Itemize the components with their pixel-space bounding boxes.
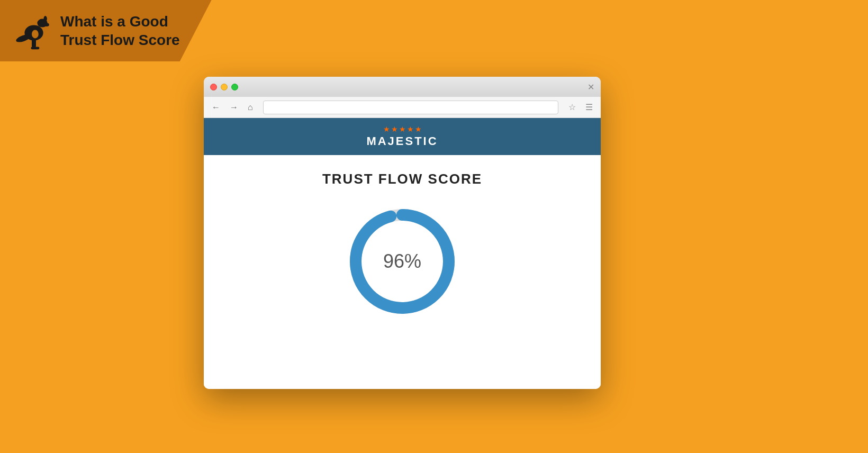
majestic-stars: ★ ★ ★ ★ ★ (383, 125, 422, 133)
menu-icon[interactable]: ☰ (583, 101, 595, 113)
bookmark-icon[interactable]: ☆ (566, 101, 578, 113)
svg-point-8 (32, 30, 39, 38)
browser-x-close-icon[interactable]: ✕ (587, 82, 594, 92)
donut-score-text: 96% (383, 250, 421, 273)
star-5: ★ (415, 125, 422, 133)
star-1: ★ (383, 125, 390, 133)
majestic-logo: ★ ★ ★ ★ ★ MAJESTIC (366, 125, 438, 148)
browser-toolbar: ← → ⌂ ☆ ☰ (204, 97, 601, 118)
home-button[interactable]: ⌂ (245, 102, 256, 113)
svg-rect-7 (31, 47, 39, 49)
star-2: ★ (391, 125, 398, 133)
trust-flow-donut-chart: 96% (344, 203, 460, 320)
svg-rect-6 (32, 38, 36, 48)
kangaroo-icon (11, 10, 53, 52)
trust-flow-heading: TRUST FLOW SCORE (322, 171, 482, 187)
browser-maximize-button[interactable] (231, 84, 238, 90)
browser-minimize-button[interactable] (221, 84, 228, 90)
banner: What is a Good Trust Flow Score (0, 0, 212, 61)
address-bar[interactable] (263, 101, 558, 114)
browser-close-button[interactable] (210, 84, 217, 90)
svg-point-3 (44, 23, 49, 26)
browser-content: TRUST FLOW SCORE 96% (204, 155, 601, 389)
majestic-header: ★ ★ ★ ★ ★ MAJESTIC (204, 118, 601, 155)
back-button[interactable]: ← (209, 102, 223, 113)
browser-titlebar: ✕ (204, 77, 601, 97)
forward-button[interactable]: → (227, 102, 241, 113)
banner-title: What is a Good Trust Flow Score (60, 12, 180, 49)
star-4: ★ (407, 125, 414, 133)
browser-window: ✕ ← → ⌂ ☆ ☰ ★ ★ ★ ★ ★ MAJESTIC TRUST FLO… (204, 77, 601, 389)
majestic-brand-name: MAJESTIC (366, 134, 438, 148)
svg-point-2 (43, 16, 47, 22)
star-3: ★ (399, 125, 406, 133)
browser-window-controls (210, 84, 238, 90)
